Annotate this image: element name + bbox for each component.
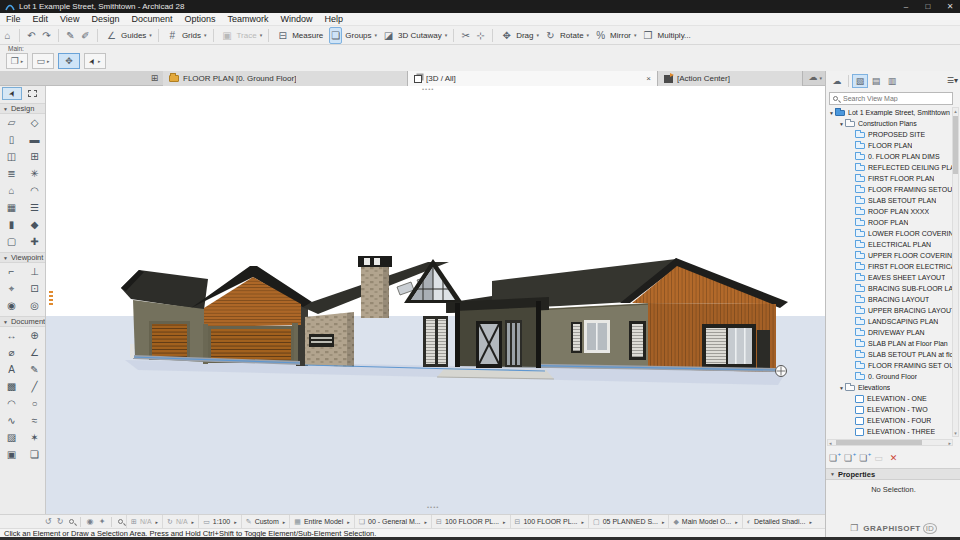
tree-item[interactable]: FIRST FLOOR ELECTRICAL PLAN — [826, 261, 952, 272]
roof-tool[interactable]: ⌂ — [1, 182, 22, 199]
menu-help[interactable]: Help — [319, 13, 350, 26]
tree-item[interactable]: ELECTRICAL PLAN — [826, 239, 952, 250]
house-middle-section[interactable] — [296, 256, 554, 379]
scale-dropdown[interactable]: ▭1:100▸ — [198, 515, 241, 529]
surface-style-dropdown[interactable]: ◐Detailed Shadi...▸ — [742, 515, 816, 529]
orbit-compass-icon[interactable] — [776, 366, 787, 377]
adjust-icon[interactable]: ⊹ — [474, 28, 487, 43]
close-button[interactable]: ✕ — [940, 0, 960, 13]
title-bar[interactable]: Lot 1 Example Street, Smithtown - Archic… — [0, 0, 960, 13]
drag-button[interactable]: ✥Drag▾ — [499, 28, 539, 43]
cloud-sync-icon[interactable]: ☁▾ — [808, 72, 822, 82]
split-icon[interactable]: ✂ — [459, 28, 472, 43]
tab--3d-all-[interactable]: [3D / All]× — [408, 71, 658, 86]
tree-item[interactable]: 0. FLOOR PLAN DIMS — [826, 151, 952, 162]
expand-caret-icon[interactable]: ▼ — [828, 110, 835, 116]
inject-parameters-icon[interactable]: ✐ — [79, 28, 92, 43]
tree-item[interactable]: LOWER FLOOR COVERINGS — [826, 228, 952, 239]
interior-elevation-tool[interactable]: ⌖ — [1, 280, 22, 297]
bottom-scroll-handle[interactable]: •••• — [427, 504, 439, 510]
text-tool[interactable]: A — [1, 361, 22, 378]
palette-views-button[interactable]: ▭▸ — [32, 53, 54, 69]
tree-item[interactable]: ELEVATION - ONE — [826, 393, 952, 404]
tab-floor-plan-0-ground-floor-[interactable]: FLOOR PLAN [0. Ground Floor] — [163, 71, 408, 86]
settings-icon[interactable]: ▭ — [874, 453, 883, 463]
circle-tool[interactable]: ○ — [24, 395, 45, 412]
trace-button[interactable]: ▣Trace▾ — [220, 28, 263, 43]
cutaway-button[interactable]: ◪3D Cutaway▾ — [381, 28, 447, 43]
renovation-filter-dropdown[interactable]: ◆Main Model O...▸ — [668, 515, 741, 529]
tree-item[interactable]: DRIVEWAY PLAN — [826, 327, 952, 338]
guides-button[interactable]: ∠Guides▾ — [104, 28, 152, 43]
polyline-tool[interactable]: ∿ — [1, 412, 22, 429]
close-tab-icon[interactable]: × — [638, 74, 651, 83]
hatch-tool[interactable]: ▨ — [1, 429, 22, 446]
new-view-folder-icon[interactable]: ❏+ — [829, 453, 837, 463]
lamp-tool[interactable]: ✳ — [24, 165, 45, 182]
panel-menu-icon[interactable]: ☰▾ — [947, 76, 958, 85]
search-input[interactable] — [841, 94, 949, 103]
tree-item[interactable]: LANDSCAPING PLAN — [826, 316, 952, 327]
view-orientation-dropdown[interactable]: ↻N/A▸ — [162, 515, 198, 529]
menu-edit[interactable]: Edit — [27, 13, 55, 26]
tree-item[interactable]: UPPER BRACING LAYOUT — [826, 305, 952, 316]
wall-tool[interactable]: ▱ — [1, 114, 22, 131]
tree-item[interactable]: 0. Ground Floor — [826, 371, 952, 382]
shell-tool[interactable]: ◠ — [24, 182, 45, 199]
tree-item[interactable]: BRACING SUB-FLOOR LAYOUT — [826, 283, 952, 294]
menu-document[interactable]: Document — [125, 13, 178, 26]
railing-tool[interactable]: ☰ — [24, 199, 45, 216]
grids-button[interactable]: #Grids▾ — [165, 28, 207, 43]
publisher-icon[interactable]: ▥ — [884, 74, 900, 88]
history-back-icon[interactable]: ↺ — [42, 517, 54, 526]
multiply-button[interactable]: ❐Multiply... — [641, 28, 692, 43]
menu-window[interactable]: Window — [274, 13, 318, 26]
object-tool[interactable]: ✚ — [24, 233, 45, 250]
tree-item[interactable]: ROOF PLAN — [826, 217, 952, 228]
palette-grip[interactable] — [49, 291, 53, 305]
beam-tool[interactable]: ▬ — [24, 131, 45, 148]
angle-dimension-tool[interactable]: ∠ — [24, 344, 45, 361]
tree-item[interactable]: ▼Elevations — [826, 382, 952, 393]
tab--action-center-[interactable]: [Action Center] — [658, 71, 803, 86]
label-tool[interactable]: ✎ — [24, 361, 45, 378]
tree-item[interactable]: ROOF PLAN XXXX — [826, 206, 952, 217]
arrow-tool-button[interactable]: ➤▸ — [84, 53, 106, 69]
properties-header[interactable]: ▼ Properties — [826, 468, 960, 480]
mesh-tool[interactable]: ▦ — [1, 199, 22, 216]
model-filter-dropdown[interactable]: ▦Entire Model▸ — [289, 515, 353, 529]
look-around-icon[interactable]: ◉ — [84, 517, 96, 526]
minimize-button[interactable]: – — [896, 0, 916, 13]
fill-tool[interactable]: ▩ — [1, 378, 22, 395]
tree-item[interactable]: ▼Construction Plans — [826, 118, 952, 129]
3d-projection-dropdown[interactable]: ⊞N/A▸ — [126, 515, 162, 529]
arrow-tool-button[interactable]: ➤ — [2, 87, 22, 100]
tree-item[interactable]: EAVES SHEET LAYOUT — [826, 272, 952, 283]
toolbox-section-document[interactable]: ▼Document — [0, 316, 45, 327]
orbit-tool-button[interactable]: ✥ — [58, 53, 80, 69]
layer-combination-dropdown[interactable]: ❏00 - General M...▸ — [354, 515, 431, 529]
marquee-tool-button[interactable] — [22, 87, 42, 100]
tree-item[interactable]: ELEVATION - THREE — [826, 426, 952, 437]
tree-item[interactable]: ▼Lot 1 Example Street, Smithtown — [826, 107, 952, 118]
section-tool[interactable]: ⌐ — [1, 263, 22, 280]
zone-category-dropdown[interactable]: ▢05 PLANNED S...▸ — [588, 515, 668, 529]
groups-button[interactable]: ❏Groups▾ — [328, 27, 377, 44]
home-icon[interactable]: ⌂ — [1, 28, 14, 43]
layout-book-icon[interactable]: ▤ — [868, 74, 884, 88]
measure-button[interactable]: ⊟Measure — [275, 28, 324, 43]
star-tool[interactable]: ✶ — [24, 429, 45, 446]
tree-item[interactable]: UPPER FLOOR COVERINGS — [826, 250, 952, 261]
tree-item[interactable]: ELEVATION - FOUR — [826, 415, 952, 426]
elevation-tool[interactable]: ⊥ — [24, 263, 45, 280]
pen-set-dropdown[interactable]: ✎Custom▸ — [241, 515, 290, 529]
menu-options[interactable]: Options — [178, 13, 221, 26]
door-tool[interactable]: ▯ — [1, 131, 22, 148]
tree-item[interactable]: REFLECTED CEILING PLAN — [826, 162, 952, 173]
radial-dimension-tool[interactable]: ⌀ — [1, 344, 22, 361]
tree-vertical-scrollbar[interactable]: ▴▾ — [952, 107, 959, 437]
tree-horizontal-scrollbar[interactable]: ◂▸ — [827, 439, 953, 446]
spline-tool[interactable]: ≈ — [24, 412, 45, 429]
tree-item[interactable]: SLAB SETOUT PLAN — [826, 195, 952, 206]
dimension-tool[interactable]: ↔ — [1, 327, 22, 344]
